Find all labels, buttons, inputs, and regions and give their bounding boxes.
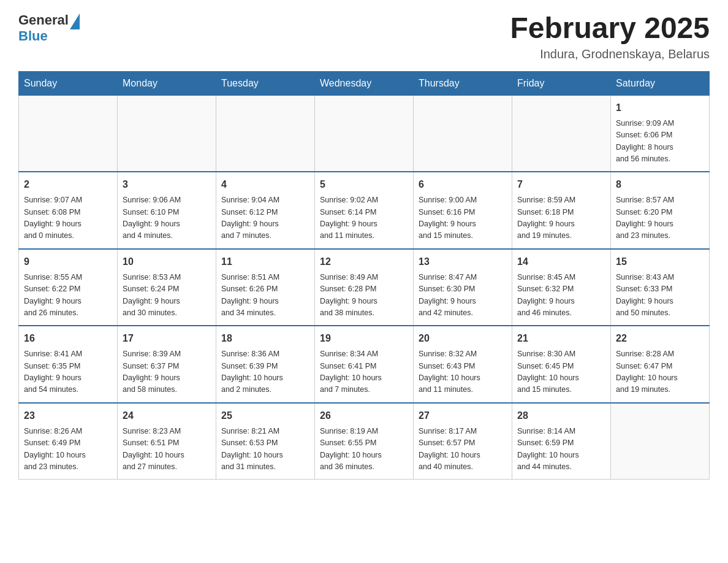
- day-number: 9: [24, 255, 112, 269]
- day-info: Sunrise: 8:43 AM Sunset: 6:33 PM Dayligh…: [616, 272, 704, 320]
- calendar-day-cell: 21Sunrise: 8:30 AM Sunset: 6:45 PM Dayli…: [512, 326, 611, 403]
- day-info: Sunrise: 8:59 AM Sunset: 6:18 PM Dayligh…: [517, 194, 605, 242]
- calendar-week-row: 9Sunrise: 8:55 AM Sunset: 6:22 PM Daylig…: [19, 249, 710, 326]
- day-number: 25: [221, 408, 309, 423]
- day-number: 13: [419, 255, 507, 269]
- calendar-day-cell: 2Sunrise: 9:07 AM Sunset: 6:08 PM Daylig…: [19, 172, 118, 249]
- calendar-week-row: 16Sunrise: 8:41 AM Sunset: 6:35 PM Dayli…: [19, 326, 710, 403]
- logo-triangle-icon: [70, 13, 80, 29]
- calendar-day-cell: 19Sunrise: 8:34 AM Sunset: 6:41 PM Dayli…: [315, 326, 414, 403]
- day-info: Sunrise: 8:32 AM Sunset: 6:43 PM Dayligh…: [419, 348, 507, 396]
- day-number: 28: [517, 408, 605, 423]
- day-info: Sunrise: 8:26 AM Sunset: 6:49 PM Dayligh…: [24, 426, 112, 473]
- calendar-day-cell: 18Sunrise: 8:36 AM Sunset: 6:39 PM Dayli…: [216, 326, 315, 403]
- day-info: Sunrise: 9:00 AM Sunset: 6:16 PM Dayligh…: [419, 194, 507, 242]
- day-info: Sunrise: 8:51 AM Sunset: 6:26 PM Dayligh…: [221, 272, 309, 320]
- calendar-day-cell: 3Sunrise: 9:06 AM Sunset: 6:10 PM Daylig…: [118, 172, 216, 249]
- day-info: Sunrise: 8:49 AM Sunset: 6:28 PM Dayligh…: [320, 272, 408, 320]
- day-info: Sunrise: 8:57 AM Sunset: 6:20 PM Dayligh…: [616, 194, 704, 242]
- day-number: 24: [123, 408, 211, 423]
- day-info: Sunrise: 8:14 AM Sunset: 6:59 PM Dayligh…: [517, 426, 605, 473]
- calendar-day-cell: [19, 95, 118, 172]
- day-info: Sunrise: 8:17 AM Sunset: 6:57 PM Dayligh…: [419, 426, 507, 473]
- day-number: 3: [123, 177, 211, 192]
- day-info: Sunrise: 9:02 AM Sunset: 6:14 PM Dayligh…: [320, 194, 408, 242]
- day-info: Sunrise: 8:47 AM Sunset: 6:30 PM Dayligh…: [419, 272, 507, 320]
- calendar-day-cell: 25Sunrise: 8:21 AM Sunset: 6:53 PM Dayli…: [216, 403, 315, 480]
- day-number: 20: [419, 331, 507, 346]
- day-number: 15: [616, 255, 704, 269]
- weekday-header-row: SundayMondayTuesdayWednesdayThursdayFrid…: [19, 71, 710, 95]
- weekday-header-wednesday: Wednesday: [315, 71, 414, 95]
- day-number: 12: [320, 255, 408, 269]
- weekday-header-saturday: Saturday: [611, 71, 710, 95]
- day-info: Sunrise: 8:45 AM Sunset: 6:32 PM Dayligh…: [517, 272, 605, 320]
- logo-blue-text: Blue: [18, 28, 48, 44]
- page-header: General Blue February 2025 Indura, Grodn…: [18, 12, 710, 61]
- logo: General Blue: [18, 12, 80, 44]
- calendar-day-cell: [611, 403, 710, 480]
- location-subtitle: Indura, Grodnenskaya, Belarus: [510, 47, 710, 61]
- day-info: Sunrise: 8:53 AM Sunset: 6:24 PM Dayligh…: [123, 272, 211, 320]
- day-number: 19: [320, 331, 408, 346]
- calendar-day-cell: 16Sunrise: 8:41 AM Sunset: 6:35 PM Dayli…: [19, 326, 118, 403]
- day-info: Sunrise: 9:09 AM Sunset: 6:06 PM Dayligh…: [616, 118, 704, 166]
- day-info: Sunrise: 8:39 AM Sunset: 6:37 PM Dayligh…: [123, 348, 211, 396]
- calendar-day-cell: 10Sunrise: 8:53 AM Sunset: 6:24 PM Dayli…: [118, 249, 216, 326]
- calendar-day-cell: [216, 95, 315, 172]
- calendar-day-cell: 27Sunrise: 8:17 AM Sunset: 6:57 PM Dayli…: [414, 403, 512, 480]
- calendar-day-cell: 17Sunrise: 8:39 AM Sunset: 6:37 PM Dayli…: [118, 326, 216, 403]
- calendar-day-cell: 5Sunrise: 9:02 AM Sunset: 6:14 PM Daylig…: [315, 172, 414, 249]
- day-number: 7: [517, 177, 605, 192]
- day-number: 11: [221, 255, 309, 269]
- calendar-day-cell: 22Sunrise: 8:28 AM Sunset: 6:47 PM Dayli…: [611, 326, 710, 403]
- calendar-day-cell: 12Sunrise: 8:49 AM Sunset: 6:28 PM Dayli…: [315, 249, 414, 326]
- calendar-day-cell: 28Sunrise: 8:14 AM Sunset: 6:59 PM Dayli…: [512, 403, 611, 480]
- day-number: 10: [123, 255, 211, 269]
- day-number: 4: [221, 177, 309, 192]
- weekday-header-tuesday: Tuesday: [216, 71, 315, 95]
- weekday-header-friday: Friday: [512, 71, 611, 95]
- calendar-day-cell: 24Sunrise: 8:23 AM Sunset: 6:51 PM Dayli…: [118, 403, 216, 480]
- day-number: 27: [419, 408, 507, 423]
- calendar-day-cell: [512, 95, 611, 172]
- calendar-day-cell: 4Sunrise: 9:04 AM Sunset: 6:12 PM Daylig…: [216, 172, 315, 249]
- month-title: February 2025: [510, 12, 710, 45]
- day-info: Sunrise: 9:06 AM Sunset: 6:10 PM Dayligh…: [123, 194, 211, 242]
- calendar-day-cell: 11Sunrise: 8:51 AM Sunset: 6:26 PM Dayli…: [216, 249, 315, 326]
- day-number: 17: [123, 331, 211, 346]
- calendar-day-cell: 1Sunrise: 9:09 AM Sunset: 6:06 PM Daylig…: [611, 95, 710, 172]
- day-number: 8: [616, 177, 704, 192]
- logo-general-text: General: [18, 12, 69, 28]
- calendar-day-cell: 9Sunrise: 8:55 AM Sunset: 6:22 PM Daylig…: [19, 249, 118, 326]
- calendar-day-cell: 7Sunrise: 8:59 AM Sunset: 6:18 PM Daylig…: [512, 172, 611, 249]
- calendar-week-row: 2Sunrise: 9:07 AM Sunset: 6:08 PM Daylig…: [19, 172, 710, 249]
- day-info: Sunrise: 8:36 AM Sunset: 6:39 PM Dayligh…: [221, 348, 309, 396]
- day-number: 26: [320, 408, 408, 423]
- weekday-header-thursday: Thursday: [414, 71, 512, 95]
- title-block: February 2025 Indura, Grodnenskaya, Bela…: [510, 12, 710, 61]
- calendar-table: SundayMondayTuesdayWednesdayThursdayFrid…: [18, 71, 710, 480]
- day-info: Sunrise: 8:41 AM Sunset: 6:35 PM Dayligh…: [24, 348, 112, 396]
- calendar-day-cell: 15Sunrise: 8:43 AM Sunset: 6:33 PM Dayli…: [611, 249, 710, 326]
- day-info: Sunrise: 8:23 AM Sunset: 6:51 PM Dayligh…: [123, 426, 211, 473]
- day-number: 22: [616, 331, 704, 346]
- calendar-week-row: 1Sunrise: 9:09 AM Sunset: 6:06 PM Daylig…: [19, 95, 710, 172]
- day-info: Sunrise: 9:07 AM Sunset: 6:08 PM Dayligh…: [24, 194, 112, 242]
- calendar-day-cell: 20Sunrise: 8:32 AM Sunset: 6:43 PM Dayli…: [414, 326, 512, 403]
- day-number: 14: [517, 255, 605, 269]
- day-number: 5: [320, 177, 408, 192]
- calendar-day-cell: 14Sunrise: 8:45 AM Sunset: 6:32 PM Dayli…: [512, 249, 611, 326]
- day-info: Sunrise: 8:34 AM Sunset: 6:41 PM Dayligh…: [320, 348, 408, 396]
- day-info: Sunrise: 8:19 AM Sunset: 6:55 PM Dayligh…: [320, 426, 408, 473]
- day-number: 21: [517, 331, 605, 346]
- calendar-day-cell: 26Sunrise: 8:19 AM Sunset: 6:55 PM Dayli…: [315, 403, 414, 480]
- day-number: 1: [616, 101, 704, 115]
- calendar-day-cell: [118, 95, 216, 172]
- day-number: 23: [24, 408, 112, 423]
- day-info: Sunrise: 8:21 AM Sunset: 6:53 PM Dayligh…: [221, 426, 309, 473]
- calendar-week-row: 23Sunrise: 8:26 AM Sunset: 6:49 PM Dayli…: [19, 403, 710, 480]
- calendar-day-cell: [414, 95, 512, 172]
- calendar-day-cell: 6Sunrise: 9:00 AM Sunset: 6:16 PM Daylig…: [414, 172, 512, 249]
- calendar-day-cell: [315, 95, 414, 172]
